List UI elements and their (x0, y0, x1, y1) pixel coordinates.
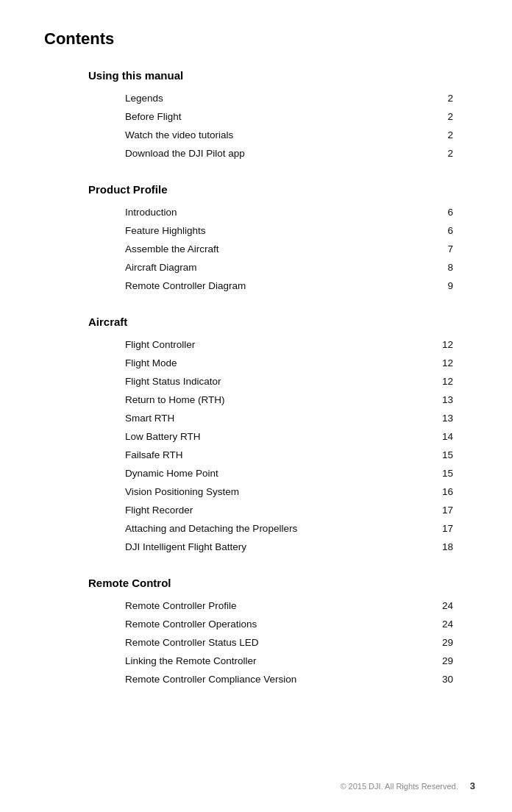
toc-item: Linking the Remote Controller29 (125, 652, 453, 670)
toc-item: Flight Controller12 (125, 335, 453, 354)
toc-section-using-this-manual: Using this manualLegends2Before Flight2W… (44, 69, 468, 163)
toc-item-label: Assemble the Aircraft (125, 243, 431, 254)
toc-item: Dynamic Home Point15 (125, 464, 453, 482)
toc-item: Introduction6 (125, 203, 453, 221)
toc-item: Smart RTH13 (125, 409, 453, 427)
toc-item-page: 7 (431, 243, 453, 254)
toc-item-page: 29 (431, 655, 453, 666)
toc-item-page: 16 (431, 486, 453, 497)
toc-item-page: 8 (431, 262, 453, 273)
toc-section-remote-control: Remote ControlRemote Controller Profile2… (44, 577, 468, 688)
page-footer: © 2015 DJI. All Rights Reserved. 3 (340, 780, 475, 791)
toc-item: Attaching and Detaching the Propellers17 (125, 519, 453, 538)
section-header-using-this-manual: Using this manual (88, 69, 468, 82)
toc-item: Remote Controller Profile24 (125, 596, 453, 615)
toc-item-page: 2 (431, 93, 453, 104)
toc-item-label: Remote Controller Profile (125, 600, 431, 611)
toc-item-label: Flight Recorder (125, 505, 431, 516)
toc-section-aircraft: AircraftFlight Controller12Flight Mode12… (44, 316, 468, 556)
toc-item-page: 2 (431, 129, 453, 140)
toc-item: Flight Status Indicator12 (125, 372, 453, 391)
toc-item-page: 15 (431, 449, 453, 460)
toc-item-page: 12 (431, 376, 453, 387)
toc-item: Assemble the Aircraft7 (125, 240, 453, 258)
toc-item: Download the DJI Pilot app2 (125, 144, 453, 163)
toc-item-page: 2 (431, 111, 453, 122)
toc-item: Failsafe RTH15 (125, 446, 453, 464)
toc-item-label: Failsafe RTH (125, 449, 431, 460)
toc-item-label: Watch the video tutorials (125, 129, 431, 140)
toc-item-label: Introduction (125, 207, 431, 218)
toc-item-page: 9 (431, 280, 453, 291)
toc-item: Remote Controller Status LED29 (125, 633, 453, 652)
toc-item-page: 12 (431, 357, 453, 368)
section-header-remote-control: Remote Control (88, 577, 468, 589)
toc-item: Before Flight2 (125, 107, 453, 126)
toc-item-page: 12 (431, 339, 453, 350)
toc-section-product-profile: Product ProfileIntroduction6Feature High… (44, 183, 468, 295)
toc-item-page: 6 (431, 225, 453, 236)
toc-item-label: Remote Controller Diagram (125, 280, 431, 291)
toc-item: Remote Controller Operations24 (125, 615, 453, 633)
toc-item: Low Battery RTH14 (125, 427, 453, 446)
toc-item-page: 24 (431, 600, 453, 611)
toc-item-label: Legends (125, 93, 431, 104)
toc-item-label: Aircraft Diagram (125, 262, 431, 273)
toc-item: Return to Home (RTH)13 (125, 391, 453, 409)
toc-item-label: Remote Controller Status LED (125, 637, 431, 648)
section-header-product-profile: Product Profile (88, 183, 468, 196)
toc-item-label: Download the DJI Pilot app (125, 148, 431, 159)
toc-item-label: Smart RTH (125, 413, 431, 424)
toc-item: Feature Highlights6 (125, 221, 453, 240)
toc-item-page: 15 (431, 468, 453, 479)
toc-item: Legends2 (125, 89, 453, 107)
section-header-aircraft: Aircraft (88, 316, 468, 328)
toc-item-label: Linking the Remote Controller (125, 655, 431, 666)
toc-item-label: Low Battery RTH (125, 431, 431, 442)
toc-item-page: 18 (431, 541, 453, 552)
toc-item: Vision Positioning System16 (125, 482, 453, 501)
toc-item-page: 30 (431, 674, 453, 685)
toc-item-page: 2 (431, 148, 453, 159)
toc-item-label: Dynamic Home Point (125, 468, 431, 479)
toc-item: Flight Mode12 (125, 354, 453, 372)
toc-item: Remote Controller Compliance Version30 (125, 670, 453, 688)
toc-item-label: Feature Highlights (125, 225, 431, 236)
toc-item: Remote Controller Diagram9 (125, 277, 453, 295)
toc-item-label: Remote Controller Compliance Version (125, 674, 431, 685)
toc-item: Watch the video tutorials2 (125, 126, 453, 144)
toc-item-label: DJI Intelligent Flight Battery (125, 541, 431, 552)
page-title: Contents (44, 29, 468, 49)
footer-copyright: © 2015 DJI. All Rights Reserved. (340, 782, 458, 791)
toc-item-label: Flight Mode (125, 357, 431, 368)
toc-item-label: Vision Positioning System (125, 486, 431, 497)
toc-item-label: Flight Status Indicator (125, 376, 431, 387)
toc-item: Flight Recorder17 (125, 501, 453, 519)
toc-item-label: Flight Controller (125, 339, 431, 350)
toc-item-page: 13 (431, 413, 453, 424)
toc-item-label: Before Flight (125, 111, 431, 122)
toc-item: DJI Intelligent Flight Battery18 (125, 538, 453, 556)
toc-item-page: 17 (431, 505, 453, 516)
page-container: Contents Using this manualLegends2Before… (0, 0, 512, 812)
footer-page-number: 3 (470, 780, 475, 791)
toc-item-page: 17 (431, 523, 453, 534)
toc-item-label: Remote Controller Operations (125, 619, 431, 630)
toc-item-page: 13 (431, 394, 453, 405)
toc-sections: Using this manualLegends2Before Flight2W… (44, 69, 468, 688)
toc-item-page: 29 (431, 637, 453, 648)
toc-item: Aircraft Diagram8 (125, 258, 453, 277)
toc-item-label: Attaching and Detaching the Propellers (125, 523, 431, 534)
toc-item-page: 24 (431, 619, 453, 630)
toc-item-page: 14 (431, 431, 453, 442)
toc-item-label: Return to Home (RTH) (125, 394, 431, 405)
toc-item-page: 6 (431, 207, 453, 218)
